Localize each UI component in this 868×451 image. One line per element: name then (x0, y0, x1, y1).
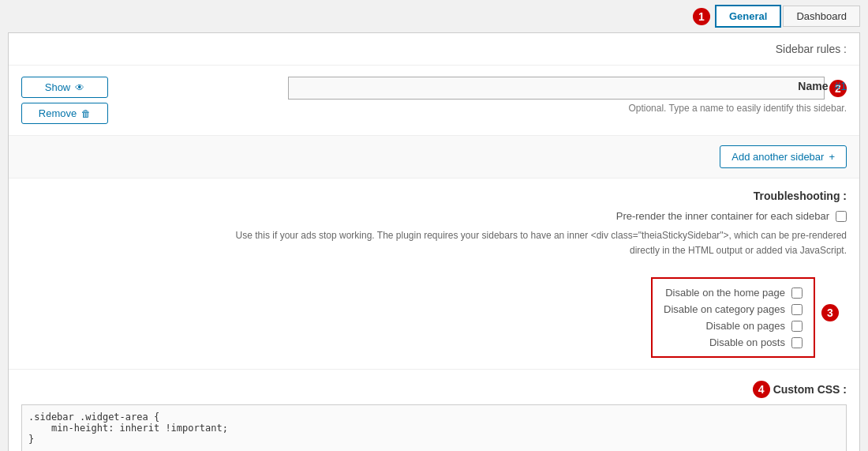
name-label: Name (798, 80, 828, 92)
main-content: Sidebar rules : Show Remove 2 Optiona (8, 32, 860, 451)
pre-render-row: Pre-render the inner container for each … (21, 210, 847, 222)
page-wrapper: 1 General Dashboard Sidebar rules : Show… (0, 0, 868, 451)
disable-category-checkbox[interactable] (791, 304, 803, 315)
step-2-wrapper: 2 (118, 77, 847, 100)
tab-dashboard[interactable]: Dashboard (783, 6, 860, 27)
trash-icon (81, 107, 91, 119)
disable-pages-checkbox[interactable] (791, 321, 803, 332)
disable-home-label: Disable on the home page (665, 287, 785, 299)
troubleshoot-desc: Use this if your ads stop working. The p… (21, 228, 847, 258)
disable-pages-label: Disable on pages (706, 320, 785, 332)
sidebar-rules-header: Sidebar rules : (9, 33, 859, 66)
disable-category-label: Disable on category pages (664, 303, 785, 315)
disable-pages-row: Disable on pages (664, 320, 803, 332)
name-hint: Optional. Type a name to easily identify… (310, 103, 847, 114)
custom-css-header: 4 Custom CSS : (21, 381, 847, 398)
sidebar-name-label-group: Name #1 (798, 80, 847, 92)
sidebar-rules-label: Sidebar rules : (776, 43, 847, 55)
sidebar-buttons: Show Remove (21, 77, 108, 124)
sidebar-item-section: Show Remove 2 Optional. Type a name to e… (9, 66, 859, 136)
sidebar-name-input[interactable] (288, 77, 825, 100)
disable-posts-checkbox[interactable] (791, 337, 803, 348)
step-4-badge: 4 (753, 381, 770, 398)
custom-css-textarea[interactable] (21, 404, 847, 451)
eye-icon (75, 81, 84, 93)
add-sidebar-label: Add another sidebar (731, 151, 824, 163)
disable-category-row: Disable on category pages (664, 303, 803, 315)
tab-general[interactable]: General (715, 5, 781, 28)
add-sidebar-section: Add another sidebar + (9, 136, 859, 179)
disable-rules-box: Disable on the home page Disable on cate… (651, 277, 815, 358)
add-another-sidebar-button[interactable]: Add another sidebar + (720, 145, 847, 168)
pre-render-checkbox[interactable] (836, 211, 847, 222)
top-tabs: 1 General Dashboard (0, 0, 868, 32)
disable-home-checkbox[interactable] (791, 288, 803, 299)
disable-posts-label: Disable on posts (709, 336, 785, 348)
plus-icon: + (829, 151, 835, 163)
pre-render-label: Pre-render the inner container for each … (616, 210, 829, 222)
step-1-badge: 1 (693, 8, 710, 25)
sidebar-number: #1 (834, 80, 847, 92)
troubleshooting-header: Troubleshooting : (21, 190, 847, 202)
troubleshooting-section: Troubleshooting : Pre-render the inner c… (9, 179, 859, 370)
remove-button[interactable]: Remove (21, 103, 108, 124)
sidebar-name-area: 2 Optional. Type a name to easily identi… (118, 77, 847, 114)
step-3-badge: 3 (821, 304, 839, 321)
custom-css-section: 4 Custom CSS : (9, 370, 859, 451)
show-button[interactable]: Show (21, 77, 108, 98)
disable-home-row: Disable on the home page (664, 287, 803, 299)
disable-posts-row: Disable on posts (664, 336, 803, 348)
